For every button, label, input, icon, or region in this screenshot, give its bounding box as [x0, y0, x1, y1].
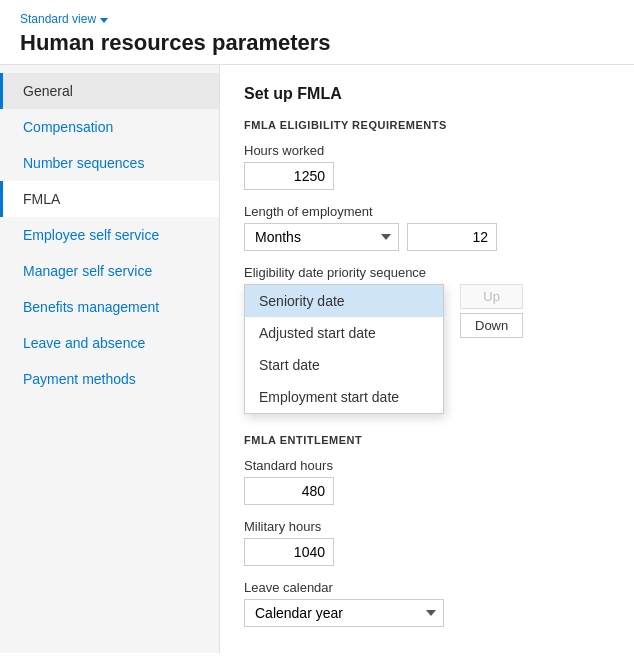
up-down-buttons: Up Down	[460, 284, 523, 338]
standard-hours-label: Standard hours	[244, 458, 610, 473]
length-unit-select-wrapper: Months	[244, 223, 399, 251]
eligibility-section: FMLA ELIGIBILITY REQUIREMENTS Hours work…	[244, 119, 610, 414]
length-of-employment-row: Months	[244, 223, 610, 251]
page-header: Standard view Human resources parameters	[0, 0, 634, 65]
eligibility-date-row: Seniority date Adjusted start date Start…	[244, 284, 610, 414]
length-value-input[interactable]	[407, 223, 497, 251]
up-button[interactable]: Up	[460, 284, 523, 309]
entitlement-section: FMLA ENTITLEMENT Standard hours Military…	[244, 434, 610, 627]
standard-hours-input[interactable]	[244, 477, 334, 505]
leave-calendar-select-wrapper: Calendar year	[244, 599, 444, 627]
eligibility-date-label: Eligibility date priority sequence	[244, 265, 610, 280]
sidebar-item-number-sequences[interactable]: Number sequences	[0, 145, 219, 181]
length-of-employment-group: Length of employment Months	[244, 204, 610, 251]
length-of-employment-label: Length of employment	[244, 204, 610, 219]
leave-calendar-label: Leave calendar	[244, 580, 610, 595]
sidebar-item-payment-methods[interactable]: Payment methods	[0, 361, 219, 397]
dropdown-item-adjusted-start-date[interactable]: Adjusted start date	[245, 317, 443, 349]
sidebar-item-leave-and-absence[interactable]: Leave and absence	[0, 325, 219, 361]
down-button[interactable]: Down	[460, 313, 523, 338]
hours-worked-group: Hours worked	[244, 143, 610, 190]
entitlement-subsection-label: FMLA ENTITLEMENT	[244, 434, 610, 446]
length-unit-select[interactable]: Months	[244, 223, 399, 251]
sidebar-item-compensation[interactable]: Compensation	[0, 109, 219, 145]
eligibility-date-dropdown: Seniority date Adjusted start date Start…	[244, 284, 444, 414]
section-title: Set up FMLA	[244, 85, 610, 103]
content-area: General Compensation Number sequences FM…	[0, 65, 634, 653]
military-hours-group: Military hours	[244, 519, 610, 566]
hours-worked-input[interactable]	[244, 162, 334, 190]
sidebar-item-employee-self-service[interactable]: Employee self service	[0, 217, 219, 253]
sidebar-item-fmla[interactable]: FMLA	[0, 181, 219, 217]
sidebar-item-manager-self-service[interactable]: Manager self service	[0, 253, 219, 289]
sidebar: General Compensation Number sequences FM…	[0, 65, 220, 653]
sidebar-item-benefits-management[interactable]: Benefits management	[0, 289, 219, 325]
leave-calendar-group: Leave calendar Calendar year	[244, 580, 610, 627]
eligibility-subsection-label: FMLA ELIGIBILITY REQUIREMENTS	[244, 119, 610, 131]
main-content: Set up FMLA FMLA ELIGIBILITY REQUIREMENT…	[220, 65, 634, 653]
standard-view-label: Standard view	[20, 12, 96, 26]
dropdown-item-start-date[interactable]: Start date	[245, 349, 443, 381]
military-hours-input[interactable]	[244, 538, 334, 566]
standard-hours-group: Standard hours	[244, 458, 610, 505]
eligibility-date-group: Eligibility date priority sequence Senio…	[244, 265, 610, 414]
hours-worked-label: Hours worked	[244, 143, 610, 158]
leave-calendar-select[interactable]: Calendar year	[244, 599, 444, 627]
page-title: Human resources parameters	[20, 30, 614, 56]
dropdown-item-employment-start-date[interactable]: Employment start date	[245, 381, 443, 413]
sidebar-item-general[interactable]: General	[0, 73, 219, 109]
standard-view-selector[interactable]: Standard view	[20, 12, 614, 26]
military-hours-label: Military hours	[244, 519, 610, 534]
chevron-down-icon	[100, 18, 108, 23]
dropdown-item-seniority-date[interactable]: Seniority date	[245, 285, 443, 317]
